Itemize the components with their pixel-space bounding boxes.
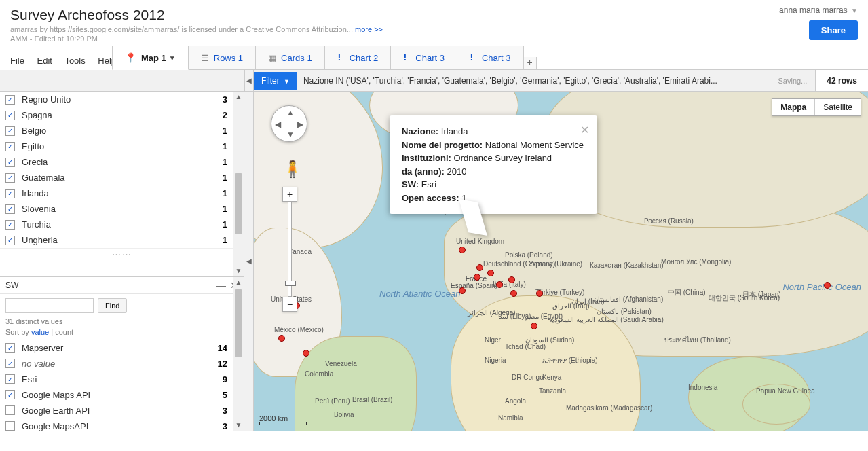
vertical-splitter[interactable]: ◀ bbox=[244, 92, 254, 431]
facet-row[interactable]: ✓Google Maps API5 bbox=[0, 387, 244, 403]
pan-left-icon[interactable]: ◀ bbox=[275, 120, 281, 129]
facet-row[interactable]: ✓Guatemala1 bbox=[0, 170, 244, 185]
data-marker[interactable] bbox=[476, 264, 483, 271]
menu-edit[interactable]: Edit bbox=[37, 56, 52, 66]
info-key: Nazione: bbox=[402, 126, 438, 137]
data-marker[interactable] bbox=[459, 247, 466, 253]
zoom-out-button[interactable]: − bbox=[282, 297, 297, 312]
info-row: Nome del progetto: National Moment Servi… bbox=[402, 139, 585, 152]
data-marker[interactable] bbox=[536, 290, 543, 297]
close-icon[interactable]: ✕ bbox=[580, 122, 589, 139]
scroll-down-icon[interactable]: ▼ bbox=[233, 266, 244, 276]
tab-chart3a[interactable]: ⠇ Chart 3 bbox=[390, 46, 457, 69]
pan-down-icon[interactable]: ▼ bbox=[286, 130, 295, 139]
menu-tools[interactable]: Tools bbox=[64, 56, 85, 66]
sort-by-value[interactable]: value bbox=[31, 328, 49, 336]
facet-row[interactable]: ✓Grecia1 bbox=[0, 154, 244, 170]
pan-up-icon[interactable]: ▲ bbox=[286, 108, 295, 118]
zoom-slider-handle[interactable] bbox=[285, 281, 296, 286]
facet-row[interactable]: ✓Google Earth API3 bbox=[0, 403, 244, 418]
scrollbar[interactable]: ▲ ▼ bbox=[233, 92, 244, 276]
facet-row[interactable]: ✓Regno Unito3 bbox=[0, 92, 244, 107]
data-marker[interactable] bbox=[508, 276, 515, 283]
tab-chart3b[interactable]: ⠇ Chart 3 bbox=[457, 46, 524, 69]
filter-button[interactable]: Filter ▼ bbox=[254, 72, 297, 90]
scroll-thumb[interactable] bbox=[235, 289, 242, 357]
tab-rows[interactable]: ☰ Rows 1 bbox=[188, 46, 256, 69]
facet-search-input[interactable] bbox=[5, 298, 94, 313]
checkbox-icon[interactable]: ✓ bbox=[5, 173, 15, 183]
facet-row[interactable]: ✓Slovenia1 bbox=[0, 201, 244, 217]
map-type-satellite[interactable]: Satellite bbox=[814, 99, 861, 115]
facet-row[interactable]: ✓Irlanda1 bbox=[0, 185, 244, 201]
checkbox-icon[interactable]: ✓ bbox=[5, 158, 15, 167]
facet-row[interactable]: ✓Belgio1 bbox=[0, 123, 244, 139]
data-marker[interactable] bbox=[303, 350, 309, 357]
data-marker[interactable] bbox=[278, 335, 285, 342]
map-canvas[interactable]: North Atlantic Ocean North Pacific Ocean… bbox=[254, 92, 868, 431]
subtitle-text: amarras by https://sites.google.com/site… bbox=[10, 25, 353, 33]
share-button[interactable]: Share bbox=[809, 20, 858, 40]
country-label: ኢትዮጵያ (Ethiopia) bbox=[542, 357, 598, 364]
country-label: Polska (Poland) bbox=[505, 251, 553, 259]
checkbox-icon[interactable]: ✓ bbox=[5, 111, 15, 120]
checkbox-icon[interactable]: ✓ bbox=[5, 405, 15, 415]
more-link[interactable]: more >> bbox=[355, 25, 383, 33]
scroll-down-icon[interactable]: ▼ bbox=[233, 420, 244, 431]
tab-chart2[interactable]: ⠇ Chart 2 bbox=[324, 46, 392, 69]
data-marker[interactable] bbox=[474, 274, 480, 281]
facet-row[interactable]: ✓Google MapsAPI3 bbox=[0, 418, 244, 431]
facet-row[interactable]: ✓Spagna2 bbox=[0, 107, 244, 123]
minimize-icon[interactable]: — bbox=[216, 280, 226, 291]
scrollbar[interactable]: ▲ ▼ bbox=[233, 277, 244, 431]
checkbox-icon[interactable]: ✓ bbox=[5, 390, 15, 399]
checkbox-icon[interactable]: ✓ bbox=[5, 343, 15, 353]
checkbox-icon[interactable]: ✓ bbox=[5, 142, 15, 151]
checkbox-icon[interactable]: ✓ bbox=[5, 95, 15, 105]
facet-row[interactable]: ✓Egitto1 bbox=[0, 139, 244, 154]
data-marker[interactable] bbox=[824, 282, 831, 289]
data-marker[interactable] bbox=[487, 270, 494, 276]
sort-by-count[interactable]: count bbox=[55, 328, 73, 336]
data-marker[interactable] bbox=[531, 323, 537, 329]
data-marker[interactable] bbox=[496, 281, 503, 288]
checkbox-icon[interactable]: ✓ bbox=[5, 374, 15, 384]
user-menu[interactable]: anna maria marras ▼ bbox=[779, 5, 858, 15]
menu-file[interactable]: File bbox=[10, 56, 24, 66]
scroll-up-icon[interactable]: ▲ bbox=[233, 92, 244, 103]
facet-row[interactable]: ✓Ungheria1 bbox=[0, 232, 244, 248]
facet-row[interactable]: ✓no value12 bbox=[0, 356, 244, 372]
checkbox-icon[interactable]: ✓ bbox=[5, 236, 15, 245]
checkbox-icon[interactable]: ✓ bbox=[5, 204, 15, 214]
data-marker[interactable] bbox=[510, 290, 517, 297]
tab-map[interactable]: 📍 Map 1 ▼ bbox=[112, 46, 189, 70]
zoom-in-button[interactable]: + bbox=[282, 187, 297, 202]
add-tab-button[interactable]: + bbox=[523, 57, 537, 69]
scroll-thumb[interactable] bbox=[235, 173, 242, 234]
facet-row[interactable]: ✓Esri9 bbox=[0, 372, 244, 387]
zoom-slider-track[interactable] bbox=[288, 202, 292, 297]
facet-row[interactable]: ✓Mapserver14 bbox=[0, 340, 244, 356]
info-value: Ordnance Survey Ireland bbox=[454, 153, 552, 163]
checkbox-icon[interactable]: ✓ bbox=[5, 189, 15, 198]
pan-right-icon[interactable]: ▶ bbox=[297, 120, 303, 129]
tab-cards[interactable]: ▦ Cards 1 bbox=[255, 46, 325, 69]
checkbox-icon[interactable]: ✓ bbox=[5, 421, 15, 431]
pegman-icon[interactable]: 🧍 bbox=[282, 160, 303, 179]
scroll-up-icon[interactable]: ▲ bbox=[233, 277, 244, 288]
country-label: Tanzania bbox=[539, 387, 566, 395]
sidebar-collapse-button[interactable]: ◀ bbox=[244, 70, 254, 91]
map-type-map[interactable]: Mappa bbox=[772, 99, 814, 115]
checkbox-icon[interactable]: ✓ bbox=[5, 126, 15, 136]
checkbox-icon[interactable]: ✓ bbox=[5, 220, 15, 230]
zoom-control: + − bbox=[282, 187, 297, 312]
chevron-down-icon: ▼ bbox=[284, 78, 290, 85]
panel-resize-handle[interactable]: ⋯⋯ bbox=[0, 248, 244, 260]
data-marker[interactable] bbox=[459, 287, 466, 294]
facet-row[interactable]: ✓Turchia1 bbox=[0, 217, 244, 232]
cards-icon: ▦ bbox=[268, 53, 276, 63]
find-button[interactable]: Find bbox=[98, 298, 127, 313]
checkbox-icon[interactable]: ✓ bbox=[5, 359, 15, 368]
sort-sep: | bbox=[49, 328, 55, 336]
info-value: Esri bbox=[421, 179, 436, 190]
